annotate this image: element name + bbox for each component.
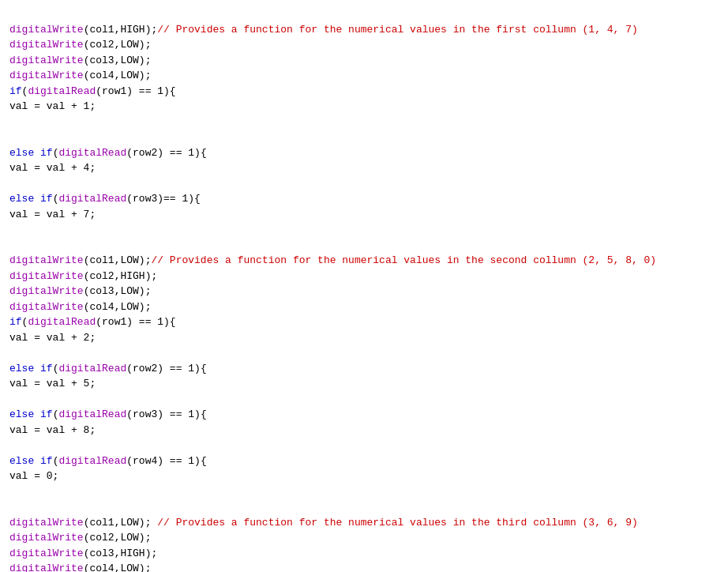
code-line-19: digitalWrite(col4,LOW); — [9, 299, 719, 315]
code-line-24: val = val + 5; — [9, 376, 719, 392]
code-line-9: else if(digitalRead(row2) == 1){ — [9, 145, 719, 161]
code-line-1: digitalWrite(col1,HIGH);// Provides a fu… — [9, 22, 719, 38]
code-line-5: if(digitalRead(row1) == 1){ — [9, 84, 719, 100]
code-line-25 — [9, 392, 719, 408]
code-line-21: val = val + 2; — [9, 330, 719, 346]
code-line-26: else if(digitalRead(row3) == 1){ — [9, 407, 719, 423]
code-line-31 — [9, 484, 719, 500]
code-line-20: if(digitalRead(row1) == 1){ — [9, 314, 719, 330]
code-line-32 — [9, 499, 719, 515]
code-line-14 — [9, 222, 719, 238]
code-line-28 — [9, 438, 719, 453]
code-line-22 — [9, 345, 719, 361]
code-line-29: else if(digitalRead(row4) == 1){ — [9, 453, 719, 469]
code-line-13: val = val + 7; — [9, 207, 719, 223]
code-line-34: digitalWrite(col2,LOW); — [9, 530, 719, 546]
code-line-15 — [9, 238, 719, 254]
code-line-6: val = val + 1; — [9, 99, 719, 115]
code-viewer: digitalWrite(col1,HIGH);// Provides a fu… — [9, 6, 719, 572]
code-line-30: val = 0; — [9, 469, 719, 484]
code-line-8 — [9, 130, 719, 145]
code-line-10: val = val + 4; — [9, 160, 719, 176]
code-line-4: digitalWrite(col4,LOW); — [9, 68, 719, 84]
code-line-35: digitalWrite(col3,HIGH); — [9, 546, 719, 562]
code-line-23: else if(digitalRead(row2) == 1){ — [9, 361, 719, 377]
code-line-2: digitalWrite(col2,LOW); — [9, 37, 719, 53]
code-line-27: val = val + 8; — [9, 423, 719, 438]
code-line-18: digitalWrite(col3,LOW); — [9, 284, 719, 299]
code-line-3: digitalWrite(col3,LOW); — [9, 53, 719, 69]
code-line-36: digitalWrite(col4,LOW); — [9, 561, 719, 572]
code-line-7 — [9, 115, 719, 130]
code-line-17: digitalWrite(col2,HIGH); — [9, 269, 719, 284]
code-line-11 — [9, 176, 719, 192]
code-line-16: digitalWrite(col1,LOW);// Provides a fun… — [9, 253, 719, 269]
code-line-33: digitalWrite(col1,LOW); // Provides a fu… — [9, 515, 719, 531]
code-line-12: else if(digitalRead(row3)== 1){ — [9, 191, 719, 207]
